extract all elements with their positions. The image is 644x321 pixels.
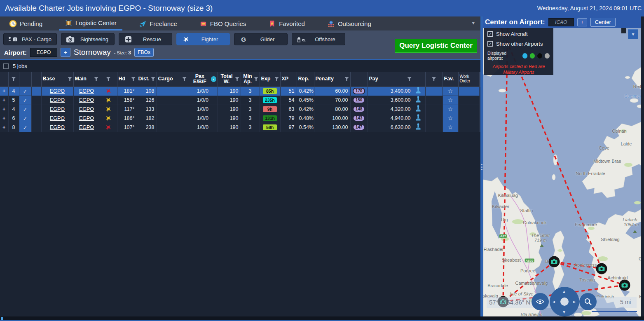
sightseeing-camera-marker[interactable] (618, 279, 631, 291)
main-airport-link[interactable]: EGPO (73, 114, 100, 123)
filter-funnel-icon[interactable] (407, 77, 412, 81)
level-badge: 147 (350, 123, 368, 132)
map-pan-control[interactable]: ▴ ▾ ◂ ▸ (550, 287, 579, 316)
filter-funnel-icon[interactable] (68, 77, 72, 81)
map-collapse-chevron-button[interactable]: ▾ (628, 29, 638, 39)
favorite-star-button[interactable]: ☆ (443, 87, 458, 96)
tab-freelance[interactable]: Freelance (133, 16, 183, 30)
filter-funnel-icon[interactable] (432, 77, 436, 81)
expand-row-button[interactable]: + (0, 123, 8, 132)
map-add-button[interactable]: + (577, 18, 587, 26)
base-airport-link[interactable]: EGPO (41, 114, 73, 123)
main-airport-link[interactable]: EGPO (73, 96, 100, 105)
sightseeing-camera-marker[interactable] (595, 262, 608, 275)
category-sightseeing[interactable]: Sightseeing (61, 33, 115, 45)
base-airport-link[interactable]: EGPO (41, 96, 73, 105)
tab-favorited[interactable]: Favorited (262, 16, 311, 30)
category-rescue[interactable]: Rescue (119, 33, 172, 45)
window-scrollbar[interactable] (641, 16, 644, 321)
job-checkbox[interactable]: ✓ (19, 105, 31, 114)
favorite-star-button[interactable]: ☆ (443, 114, 458, 123)
header-label: Fav. (444, 76, 454, 82)
job-checkbox[interactable]: ✓ (19, 96, 31, 105)
job-row[interactable]: +4✓EGPOEGPO117°1331/0/019039h630.42%80.0… (0, 105, 480, 114)
job-row[interactable]: +5✓EGPOEGPO158°1261/0/01903235h540.45%70… (0, 96, 480, 105)
header-label: Pay (369, 76, 378, 82)
fbos-button[interactable]: FBOs (134, 48, 154, 57)
filter-funnel-icon[interactable] (345, 77, 349, 81)
show-other-airports-checkbox[interactable]: ✓ (487, 41, 493, 47)
filter-funnel-icon[interactable] (183, 77, 187, 81)
datetime-utc: Wednesday, August 21, 2024 09:01 UTC (537, 5, 642, 12)
pan-right-icon[interactable]: ▸ (573, 299, 576, 305)
job-checkbox[interactable]: ✓ (19, 114, 31, 123)
camera-icon (66, 36, 75, 43)
job-row[interactable]: +4✓EGPOEGPO181°1081/0/0190385h510.42%60.… (0, 87, 480, 96)
col-header (413, 72, 425, 87)
category-pax-cargo[interactable]: PAX - Cargo (3, 33, 57, 45)
base-airport-link[interactable]: EGPO (41, 105, 73, 114)
main-airport-link[interactable]: EGPO (73, 87, 100, 96)
job-checkbox[interactable]: ✓ (19, 87, 31, 96)
base-airport-link[interactable]: EGPO (41, 87, 73, 96)
filter-funnel-icon[interactable] (275, 77, 279, 81)
map-visibility-button[interactable] (532, 293, 549, 310)
show-aircraft-checkbox[interactable]: ✓ (487, 31, 493, 37)
select-all-checkbox[interactable] (3, 63, 9, 69)
job-row[interactable]: +6✓EGPOEGPO186°1821/0/01903131h790.48%10… (0, 114, 480, 123)
filter-funnel-icon[interactable] (254, 77, 258, 81)
map-corner-square (621, 28, 626, 33)
airport-icao-input[interactable]: EGPO (30, 48, 57, 57)
airport-add-button[interactable]: + (61, 48, 70, 57)
filter-funnel-icon[interactable] (94, 77, 98, 81)
pax-ebf-value: 1/0/0 (188, 87, 218, 96)
filter-funnel-icon[interactable] (12, 77, 16, 81)
main-airport-link[interactable]: EGPO (73, 123, 100, 132)
filter-funnel-icon[interactable] (106, 77, 110, 81)
show-aircraft-row: ✓ Show Aircraft (487, 31, 550, 37)
expand-row-button[interactable]: + (0, 105, 8, 114)
favorite-star-button[interactable]: ☆ (443, 105, 458, 114)
map-icao-input[interactable]: ICAO (548, 18, 574, 26)
category-fighter[interactable]: Fighter (176, 33, 230, 45)
col-header-dist-: Dist. (137, 72, 157, 87)
category-glider[interactable]: GGlider (234, 33, 288, 45)
medical-cross-icon (123, 36, 133, 43)
airport-size: - Size: 3 (114, 49, 131, 56)
favorite-star-button[interactable]: ☆ (443, 123, 458, 132)
pan-left-icon[interactable]: ◂ (553, 299, 555, 305)
job-row[interactable]: +8✓EGPOEGPO107°2381/0/0190358h970.54%130… (0, 123, 480, 132)
expand-row-button[interactable]: + (0, 96, 8, 105)
filter-funnel-icon[interactable] (235, 77, 239, 81)
expand-row-button[interactable]: + (0, 87, 8, 96)
expand-row-button[interactable]: + (0, 114, 8, 123)
tabbar-chevron-down-icon[interactable]: ▾ (472, 20, 475, 26)
info-icon[interactable]: i (211, 76, 216, 82)
pane-splitter[interactable] (480, 16, 483, 316)
job-spacer (31, 123, 41, 132)
pan-up-icon[interactable]: ▴ (563, 288, 565, 294)
favorite-star-button[interactable]: ☆ (443, 96, 458, 105)
job-checkbox[interactable]: ✓ (19, 123, 31, 132)
jobs-count-label: 5 jobs (13, 63, 27, 69)
query-logistic-center-button[interactable]: Query Logistic Center (395, 39, 477, 53)
work-order-cell (458, 114, 479, 123)
category-offshore[interactable]: Offshore (292, 33, 345, 45)
filter-funnel-icon[interactable] (131, 77, 136, 81)
map-canvas[interactable]: ReiffSummerObinanLaideCoveMidtown BraeNo… (483, 28, 641, 316)
tab-outsourcing[interactable]: Outsourcing (321, 16, 377, 30)
base-airport-link[interactable]: EGPO (41, 123, 73, 132)
pan-down-icon[interactable]: ▾ (563, 309, 565, 315)
tab-logistic-center[interactable]: Logistic Center (59, 16, 122, 30)
filter-funnel-icon[interactable] (151, 77, 155, 81)
map-zoom-button[interactable] (579, 293, 597, 310)
sightseeing-camera-marker[interactable] (548, 255, 560, 268)
pax-ebf-value: 1/0/0 (188, 123, 218, 132)
airport-name: Stornoway (74, 48, 111, 57)
xp-value: 79 (280, 114, 297, 123)
main-airport-link[interactable]: EGPO (73, 105, 100, 114)
tab-fbo-queries[interactable]: FBO Queries (194, 16, 252, 30)
tab-pending[interactable]: Pending (3, 16, 48, 30)
map-center-button[interactable]: Center (590, 18, 616, 27)
pan-center-dot[interactable] (560, 298, 569, 306)
